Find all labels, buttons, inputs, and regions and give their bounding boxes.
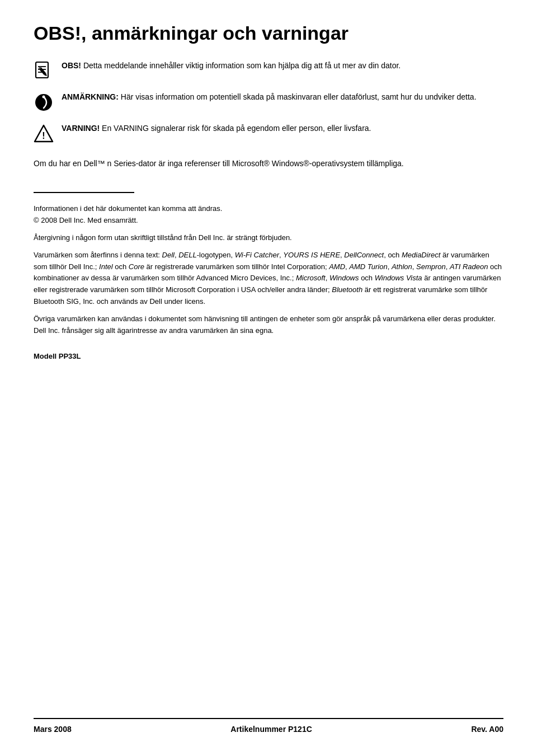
varning-notice: ! VARNING! En VARNING signalerar risk fö… [34,123,503,144]
varning-label: VARNING! [62,124,100,133]
footer-copyright: © 2008 Dell Inc. Med ensamrätt. [34,216,138,224]
footer-aterg: Återgivning i någon form utan skriftligt… [34,232,503,244]
anmarkning-description: Här visas information om potentiell skad… [121,92,477,101]
obs-notice: OBS! Detta meddelande innehåller viktig … [34,60,503,81]
footer-varumarken: Varumärken som återfinns i denna text: D… [34,250,503,308]
anmarkning-label: ANMÄRKNING: [62,92,119,101]
bottom-article: Artikelnummer P121C [230,725,312,734]
bottom-bar: Mars 2008 Artikelnummer P121C Rev. A00 [34,718,503,734]
varning-text: VARNING! En VARNING signalerar risk för … [62,123,371,134]
footer-section: Informationen i det här dokumentet kan k… [34,203,503,336]
varning-icon: ! [34,124,54,144]
svg-text:!: ! [42,131,45,140]
anmarkning-text: ANMÄRKNING: Här visas information om pot… [62,91,477,103]
obs-text: OBS! Detta meddelande innehåller viktig … [62,60,401,72]
varning-description: En VARNING signalerar risk för skada på … [102,124,371,133]
body-paragraph: Om du har en Dell™ n Series-dator är ing… [34,157,503,170]
anmarkning-icon [34,92,54,112]
obs-label: OBS! [62,61,81,70]
footer-ovriga: Övriga varumärken kan användas i dokumen… [34,313,503,337]
svg-point-8 [43,96,45,98]
page-title: OBS!, anmärkningar och varningar [34,22,503,44]
obs-icon [34,61,54,81]
footer-info: Informationen i det här dokumentet kan k… [34,204,222,213]
model-label: Modell PP33L [34,352,503,360]
anmarkning-notice: ANMÄRKNING: Här visas information om pot… [34,91,503,112]
obs-description: Detta meddelande innehåller viktig infor… [83,61,401,70]
footer-info-line: Informationen i det här dokumentet kan k… [34,203,503,227]
bottom-rev: Rev. A00 [471,725,503,734]
divider [34,192,134,193]
bottom-date: Mars 2008 [34,725,72,734]
